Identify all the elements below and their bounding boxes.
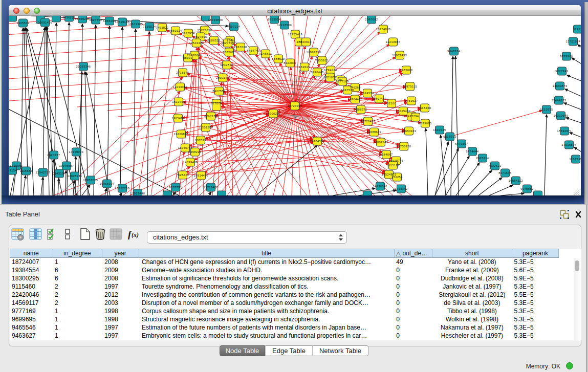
svg-text:117006: 117006	[211, 102, 222, 105]
svg-text:8813054: 8813054	[268, 18, 280, 21]
svg-text:6794028: 6794028	[324, 69, 337, 72]
svg-text:19166825: 19166825	[174, 133, 189, 136]
svg-text:21053346: 21053346	[76, 65, 91, 68]
svg-text:12942757: 12942757	[36, 171, 51, 174]
svg-text:1527602: 1527602	[89, 18, 102, 21]
svg-text:10688609: 10688609	[367, 130, 382, 134]
svg-text:15692971: 15692971	[557, 129, 572, 133]
svg-text:6518923: 6518923	[443, 135, 456, 138]
svg-text:8215955: 8215955	[540, 108, 553, 111]
svg-text:1115682: 1115682	[20, 169, 32, 172]
svg-text:19756928: 19756928	[397, 145, 411, 148]
svg-text:19384554: 19384554	[310, 140, 325, 143]
svg-text:15716485: 15716485	[204, 186, 219, 189]
svg-text:1435061: 1435061	[10, 164, 23, 167]
svg-text:2087682: 2087682	[365, 18, 378, 21]
svg-text:12213987: 12213987	[386, 40, 401, 43]
svg-text:1621072: 1621072	[323, 76, 336, 79]
svg-text:10807487: 10807487	[372, 97, 387, 100]
svg-text:7515524: 7515524	[143, 25, 156, 28]
svg-text:2935114: 2935114	[476, 157, 489, 160]
svg-text:9115460: 9115460	[419, 106, 431, 110]
svg-text:10025433: 10025433	[396, 110, 411, 113]
svg-text:16961758: 16961758	[307, 51, 321, 54]
svg-text:6966160: 6966160	[103, 19, 116, 23]
svg-text:15751074: 15751074	[566, 40, 581, 43]
svg-text:10719185: 10719185	[115, 20, 130, 24]
svg-text:9657791: 9657791	[169, 186, 182, 189]
svg-text:10975887: 10975887	[59, 164, 74, 167]
svg-text:9648784: 9648784	[447, 50, 460, 53]
svg-text:9527505: 9527505	[194, 35, 207, 38]
svg-text:62160: 62160	[387, 102, 396, 105]
svg-text:9777169: 9777169	[336, 80, 349, 83]
svg-text:98903: 98903	[183, 56, 192, 59]
svg-text:16046758: 16046758	[178, 146, 193, 149]
svg-text:14099489: 14099489	[183, 161, 198, 164]
svg-text:10973493: 10973493	[393, 54, 407, 57]
svg-text:10210645: 10210645	[554, 114, 569, 117]
svg-text:7485063: 7485063	[400, 69, 412, 72]
svg-text:2718170: 2718170	[176, 71, 189, 74]
svg-text:7955812: 7955812	[315, 59, 328, 62]
svg-text:887833: 887833	[195, 139, 206, 142]
svg-text:16782759: 16782759	[115, 187, 130, 190]
svg-text:14136141: 14136141	[373, 185, 388, 188]
svg-text:93154: 93154	[9, 169, 17, 172]
svg-text:11353594: 11353594	[199, 126, 213, 129]
svg-text:13495794: 13495794	[404, 115, 419, 118]
svg-text:8267150: 8267150	[204, 115, 217, 118]
svg-text:7386372: 7386372	[354, 108, 367, 111]
svg-text:6479197: 6479197	[455, 142, 468, 145]
svg-text:6497568: 6497568	[341, 89, 354, 92]
svg-text:9936223: 9936223	[62, 16, 75, 19]
svg-text:9474444: 9474444	[466, 150, 478, 153]
svg-text:9242848: 9242848	[220, 63, 233, 67]
svg-text:17016504: 17016504	[562, 143, 577, 146]
svg-text:8660124: 8660124	[169, 29, 182, 32]
svg-text:8186328: 8186328	[207, 39, 220, 42]
svg-text:18724007: 18724007	[288, 104, 302, 107]
svg-text:1145194: 1145194	[53, 172, 66, 175]
svg-text:8912954: 8912954	[182, 32, 194, 35]
svg-text:16914479: 16914479	[194, 174, 209, 177]
svg-text:10120746: 10120746	[389, 159, 404, 162]
svg-text:840910: 840910	[300, 40, 312, 43]
svg-text:15720407: 15720407	[361, 120, 376, 123]
svg-text:2367608: 2367608	[234, 46, 247, 49]
svg-text:8471676: 8471676	[498, 171, 511, 174]
svg-text:962615: 962615	[299, 65, 310, 69]
svg-text:12213383: 12213383	[173, 85, 188, 89]
svg-text:9329966: 9329966	[560, 55, 573, 58]
svg-text:(x): (x)	[132, 231, 139, 238]
svg-text:9699695: 9699695	[419, 122, 431, 125]
svg-text:3624554: 3624554	[361, 92, 374, 95]
svg-text:16154838: 16154838	[376, 28, 391, 31]
svg-text:1610755: 1610755	[172, 100, 185, 103]
svg-text:2020657: 2020657	[47, 154, 60, 157]
svg-text:20691406: 20691406	[38, 21, 53, 24]
svg-text:1733342: 1733342	[395, 187, 407, 190]
svg-text:12444133: 12444133	[552, 99, 567, 102]
svg-text:17957225: 17957225	[83, 179, 98, 182]
svg-text:8990448: 8990448	[311, 71, 323, 74]
svg-text:1640935: 1640935	[433, 128, 446, 132]
svg-text:18300295: 18300295	[266, 112, 281, 115]
svg-text:19654923: 19654923	[402, 129, 417, 133]
svg-text:2803144: 2803144	[216, 76, 229, 79]
svg-text:9227342: 9227342	[555, 70, 568, 73]
svg-text:17359924: 17359924	[69, 150, 84, 154]
svg-text:10671385: 10671385	[128, 23, 143, 26]
svg-text:1588520: 1588520	[272, 57, 285, 60]
svg-text:10958107: 10958107	[100, 182, 115, 185]
svg-text:9245652: 9245652	[520, 187, 533, 190]
svg-text:9184067: 9184067	[380, 153, 393, 156]
svg-text:20364436: 20364436	[348, 98, 363, 101]
svg-text:9146821: 9146821	[259, 52, 272, 55]
svg-text:8498222: 8498222	[188, 150, 201, 154]
svg-text:8427552: 8427552	[212, 90, 225, 93]
svg-text:15226058: 15226058	[198, 29, 212, 32]
svg-text:252254: 252254	[391, 176, 403, 179]
svg-text:1405572: 1405572	[16, 21, 29, 25]
svg-text:12218506: 12218506	[277, 24, 292, 27]
